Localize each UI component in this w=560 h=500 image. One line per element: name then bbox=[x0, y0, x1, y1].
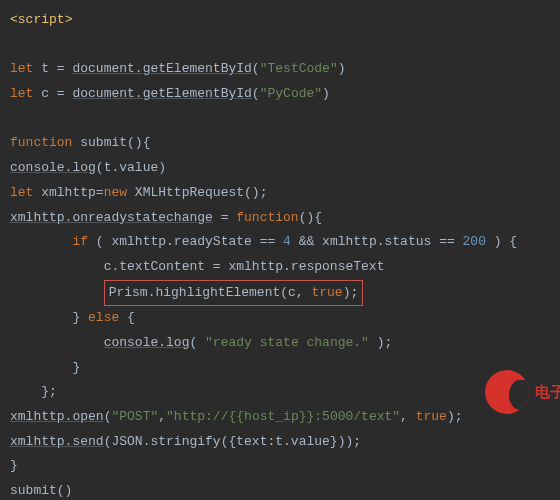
paren: ( bbox=[252, 61, 260, 76]
string-literal: "PyCode" bbox=[260, 86, 322, 101]
keyword: true bbox=[311, 285, 342, 300]
identifier: ( xmlhttp.readyState == bbox=[88, 234, 283, 249]
keyword: true bbox=[416, 409, 447, 424]
identifier: xmlhttp.status == bbox=[322, 234, 462, 249]
code-line: let c = document.getElementById("PyCode"… bbox=[10, 82, 550, 107]
angle-bracket: > bbox=[65, 12, 73, 27]
watermark-text: 电子 bbox=[535, 383, 560, 402]
paren: ( bbox=[189, 335, 205, 350]
operator: = bbox=[213, 210, 236, 225]
identifier: (){ bbox=[299, 210, 322, 225]
code-line: function submit(){ bbox=[10, 131, 550, 156]
keyword: else bbox=[88, 310, 119, 325]
code-line: } bbox=[10, 454, 550, 479]
method-chain: console.log bbox=[104, 335, 190, 350]
identifier: } bbox=[72, 310, 88, 325]
watermark-logo: 电子 bbox=[485, 370, 560, 414]
keyword: function bbox=[10, 135, 72, 150]
string-literal: "POST" bbox=[111, 409, 158, 424]
keyword: function bbox=[236, 210, 298, 225]
number: 4 bbox=[283, 234, 291, 249]
paren: ) bbox=[338, 61, 346, 76]
logo-icon bbox=[485, 370, 529, 414]
identifier: c.textContent = xmlhttp.responseText bbox=[104, 259, 385, 274]
comma: , bbox=[158, 409, 166, 424]
keyword: new bbox=[104, 185, 127, 200]
paren: ); bbox=[369, 335, 392, 350]
identifier: } bbox=[72, 360, 80, 375]
identifier: (JSON.stringify({text:t.value})); bbox=[104, 434, 361, 449]
identifier: Prism.highlightElement(c, bbox=[109, 285, 312, 300]
code-line: Prism.highlightElement(c, true); bbox=[10, 280, 550, 307]
code-line: <script> bbox=[10, 8, 550, 33]
identifier: submit(){ bbox=[72, 135, 150, 150]
code-line: xmlhttp.open("POST","http://{{host_ip}}:… bbox=[10, 405, 550, 430]
method-chain: console.log bbox=[10, 160, 96, 175]
highlight-box: Prism.highlightElement(c, true); bbox=[104, 280, 364, 307]
string-literal: "TestCode" bbox=[260, 61, 338, 76]
identifier: }; bbox=[41, 384, 57, 399]
code-line: } bbox=[10, 356, 550, 381]
blank-line bbox=[10, 107, 550, 132]
code-line: xmlhttp.send(JSON.stringify({text:t.valu… bbox=[10, 430, 550, 455]
operator: && bbox=[291, 234, 322, 249]
code-line: }; bbox=[10, 380, 550, 405]
identifier: (t.value) bbox=[96, 160, 166, 175]
code-line: submit() bbox=[10, 479, 550, 500]
paren: ); bbox=[447, 409, 463, 424]
identifier: } bbox=[10, 458, 18, 473]
method-chain: xmlhttp.send bbox=[10, 434, 104, 449]
identifier: XMLHttpRequest(); bbox=[127, 185, 267, 200]
code-line: if ( xmlhttp.readyState == 4 && xmlhttp.… bbox=[10, 230, 550, 255]
keyword: let bbox=[10, 86, 33, 101]
method-chain: document.getElementById bbox=[72, 61, 251, 76]
code-line: xmlhttp.onreadystatechange = function(){ bbox=[10, 206, 550, 231]
identifier: xmlhttp= bbox=[33, 185, 103, 200]
identifier: t = bbox=[33, 61, 72, 76]
code-line: c.textContent = xmlhttp.responseText bbox=[10, 255, 550, 280]
tag-name: script bbox=[18, 12, 65, 27]
keyword: let bbox=[10, 61, 33, 76]
identifier: c = bbox=[33, 86, 72, 101]
method-chain: document.getElementById bbox=[72, 86, 251, 101]
keyword: let bbox=[10, 185, 33, 200]
blank-line bbox=[10, 33, 550, 58]
string-literal: "ready state change." bbox=[205, 335, 369, 350]
keyword: if bbox=[72, 234, 88, 249]
identifier: submit() bbox=[10, 483, 72, 498]
number: 200 bbox=[463, 234, 486, 249]
angle-bracket: < bbox=[10, 12, 18, 27]
code-line: } else { bbox=[10, 306, 550, 331]
code-line: let xmlhttp=new XMLHttpRequest(); bbox=[10, 181, 550, 206]
paren: ) bbox=[322, 86, 330, 101]
method-chain: xmlhttp.onreadystatechange bbox=[10, 210, 213, 225]
string-literal: "http://{{host_ip}}:5000/text" bbox=[166, 409, 400, 424]
identifier: ); bbox=[343, 285, 359, 300]
comma: , bbox=[400, 409, 416, 424]
code-line: console.log( "ready state change." ); bbox=[10, 331, 550, 356]
code-editor[interactable]: <script> let t = document.getElementById… bbox=[0, 0, 560, 500]
paren: ( bbox=[252, 86, 260, 101]
method-chain: xmlhttp.open bbox=[10, 409, 104, 424]
identifier: { bbox=[119, 310, 135, 325]
identifier: ) { bbox=[486, 234, 517, 249]
code-line: console.log(t.value) bbox=[10, 156, 550, 181]
code-line: let t = document.getElementById("TestCod… bbox=[10, 57, 550, 82]
